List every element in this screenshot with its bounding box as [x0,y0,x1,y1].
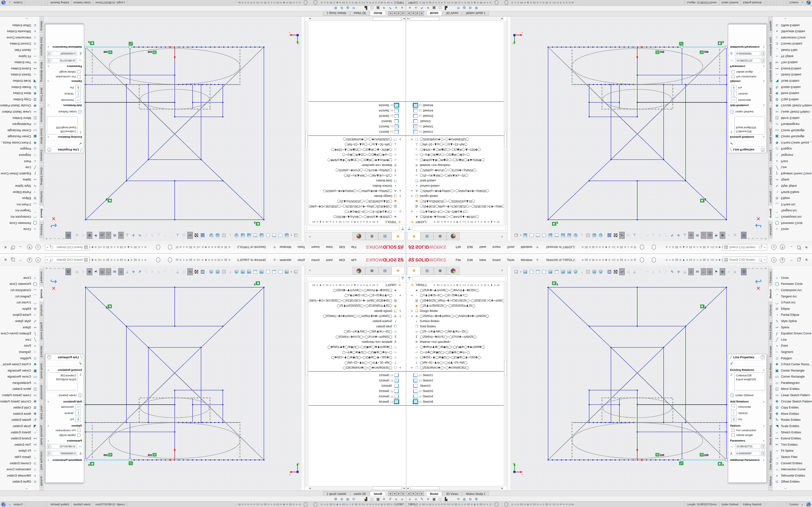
tree-item[interactable]: ▶ ◔ ◯Y♟◎✤25∘Ƨ◯∘◯Ƨ∘25✤◎♟Y◯ [406,293,504,298]
bottom-toolbar-icon[interactable]: ✎ [419,497,424,501]
toolbar-icon[interactable] [613,232,618,239]
relations-listbox[interactable]: Collinear108 Equal length109 [734,373,765,390]
tool-item[interactable]: ❋ Circular Sketch Pattern [0,103,40,109]
quick-access-toolbar[interactable]: ⊙ ӠƐ ⊙ Ш ⊙ ⊙ ⊙ ✤ ⊙ ⊃C ⊙ ӠƐ ⊙ ∔ ⊙ 25 ⊙ ♟ … [176,246,231,249]
command-tab[interactable]: Markup [40,474,44,488]
search-icon[interactable] [759,246,761,249]
sketch-tree-item[interactable]: (-) Sketch6 [308,399,406,404]
doc-window-button[interactable]: ✕ [45,237,47,240]
toolbar-icon[interactable]: ╱ [663,232,669,239]
toolbar-icon[interactable]: 3D [695,232,700,239]
scroll-right-icon[interactable]: ▶ [501,487,504,489]
toolbar-icon[interactable] [240,232,246,239]
tool-item[interactable]: ⊂ Offset Entities [0,479,40,485]
sketch-tree-item[interactable]: (-) Sketch2 [308,378,406,383]
menu-item[interactable]: Insert [489,257,504,263]
tool-item[interactable]: ▪ Point [772,158,812,164]
relation-item[interactable]: Collinear108 [736,374,764,377]
tool-item[interactable]: ⇔ Stretch Entities [772,72,812,78]
tool-item[interactable]: ◗ Silhouette Entities [0,472,40,479]
command-tab[interactable]: Features [40,269,44,285]
section-options[interactable]: Options∧ [728,422,767,428]
bottom-toolbar-icon[interactable]: ✎ [419,6,424,10]
tab-scroll-button[interactable]: ▶ [420,491,424,496]
selected-dashed-rects[interactable] [572,398,720,460]
restore-button[interactable] [795,258,802,261]
tree-item[interactable]: ▶ ❐ ◯253ƐИΝАU✚◯∘◯✚UАΝИƐ352◯ [308,137,406,142]
toolbar-icon[interactable]: ◠ [162,268,168,275]
line-endpoint-handle[interactable] [725,459,727,461]
toolbar-icon[interactable] [585,232,591,239]
tool-item[interactable]: ↦ Extend Entities [772,65,812,72]
toolbar-icon[interactable]: ✛ [676,232,681,239]
add-vertical-button[interactable]: │ Vertical [728,91,767,97]
tool-item[interactable]: ◯ Perimeter Circle [0,281,40,287]
help-icon[interactable]: ? [27,245,32,250]
toolbar-icon[interactable] [573,232,578,239]
sketch-tree-item[interactable]: (-) Sketch2 [308,124,406,129]
close-button[interactable]: ✕ [1,258,10,262]
tool-item[interactable]: ╱ Line [0,164,40,170]
section-parameters[interactable]: Parameters∧ [728,438,767,443]
tool-item[interactable]: ⇔ Stretch Entities [772,429,812,436]
tree-pane-splitter[interactable] [406,405,504,406]
doc-window-button[interactable]: ✕ [45,267,47,270]
tree-item[interactable]: ❒ Solid Bodies [406,178,504,183]
toolbar-icon[interactable] [535,268,541,275]
tool-item[interactable]: ▪ Point [772,343,812,349]
tree-item[interactable]: ▶ ❏ Design Binder [308,193,406,199]
command-tab[interactable]: Markup [40,19,44,33]
tool-item[interactable]: ╱ Line [772,164,812,170]
tree-item[interactable]: ▶ ◔ ◯Y♟◎✤25∘Ƨ◯∘◯Ƨ∘25✤◎♟Y◯ [308,209,406,214]
toolbar-ellipse-icon[interactable] [156,258,160,263]
tool-item[interactable]: ▣ Center Rectangle [772,133,812,140]
toolbar-icon[interactable]: ⌣ [106,268,111,275]
ok-button[interactable]: ✔ [728,140,767,147]
toolbar-icon[interactable]: ↩ [187,268,193,275]
command-tab[interactable]: Mesh Modeling [40,60,44,84]
sketch-tree-item[interactable]: (-) Sketch6 [406,399,504,404]
model-tab[interactable]: Model [370,11,386,16]
model-tab[interactable]: Motion Study 1 [323,11,350,16]
checkbox-icon[interactable] [77,75,81,78]
tool-item[interactable]: ⧉ Copy Entities [772,404,812,411]
expand-arrow-icon[interactable]: ▶ [411,315,414,317]
section-options[interactable]: Options∧ [728,79,767,84]
tree-item[interactable]: ❒ Solid Bodies [406,324,504,329]
tree-item[interactable]: ∞ ◯25∘∪Ж♟АМ◯∘◯МА♟Ж∪∘25◯ [406,173,504,178]
quick-access-toolbar-2[interactable]: ⊙ ∔ ⊙ ӠƐ ⊙ ♟ ⊙ 25 ⊙ ∔ ⊙ ӠƐ ⊙ ⊃C ⊙ ✤ ⊙ ⊙ … [666,246,723,249]
add-horizontal-button[interactable]: — Horizontal [45,404,84,410]
tree-item[interactable]: ▥ ◯25✤3Ɛ25◯ИΝ◎∘✤⊃C3ƐU3Ɛ25◯∘◯253ƐU3Ɛ⊃C✤∘◎… [406,204,504,209]
minimize-button[interactable]: ‒ [788,245,795,249]
toolbar-icon[interactable]: ⌒ [168,232,174,239]
tool-item[interactable]: ∺ Linear Sketch Pattern [772,392,812,398]
bottom-toolbar-icon[interactable]: ◫ [369,6,374,10]
toolbar-icon[interactable] [246,268,252,275]
featuremanager-tab[interactable] [447,232,460,240]
bottom-toolbar-icon[interactable]: ◍ [462,6,467,10]
model-tab[interactable]: Motion Study 1 [462,491,489,496]
tree-item[interactable]: ▶ ❐ ◯253ƐИΝАU✚◯∘◯✚UАΝИƐ352◯ [406,365,504,370]
tool-item[interactable]: ⊖ Ellipse [0,306,40,312]
tree-item[interactable]: ≣ Material <not specified> [406,339,504,344]
tree-item[interactable]: ◗ Surface Bodies [308,183,406,188]
tool-item[interactable]: ⊃ Convert Entities [0,41,40,47]
tree-item[interactable]: ⊥ ◯ИΝ∘5∁∘♟◎◯∘◯◎♟∘∁5∘ΝИ◯ [308,360,406,365]
toolbar-icon[interactable]: ⚙ [741,232,747,239]
tool-item[interactable]: ⊖ Ellipse [772,306,812,312]
toolbar-icon[interactable] [278,268,283,275]
tool-item[interactable]: ∩ Intersection Curve [772,35,812,41]
scrollbar-thumb[interactable] [373,17,402,20]
tool-item[interactable]: ƒ Equation Driven Curve [0,170,40,177]
doc-window-button[interactable]: — [756,237,758,240]
toolbar-icon[interactable] [246,232,252,239]
tool-item[interactable]: ∩ Intersection Curve [0,35,40,41]
relation-item[interactable]: Equal length109 [736,377,764,381]
close-button[interactable]: ✕ [1,245,10,249]
menu-item[interactable]: View [476,244,489,250]
scroll-more-icon[interactable]: ⌄ [26,486,28,490]
scrollbar-thumb[interactable] [373,487,402,490]
panel-help-icon[interactable]: ? [47,355,51,359]
toolbar-icon[interactable]: ✛ [131,232,136,239]
sketch-tree-item[interactable]: (-) Sketch4 [406,394,504,399]
